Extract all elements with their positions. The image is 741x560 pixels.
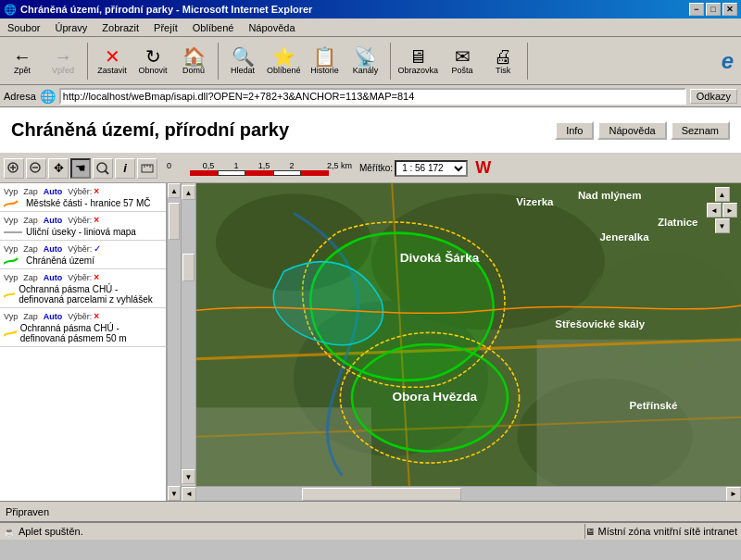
nav-right[interactable]: ► xyxy=(722,203,737,218)
back-icon: ← xyxy=(13,47,31,66)
history-button[interactable]: 📋 Historie xyxy=(307,40,344,82)
info-button[interactable]: Info xyxy=(555,121,594,140)
window-title: Chráněná území, přírodní parky - Microso… xyxy=(20,4,312,15)
scale-seg-1 xyxy=(190,170,218,176)
back-label: Zpět xyxy=(14,66,31,75)
nav-up[interactable]: ▲ xyxy=(715,187,730,202)
status-bar: ☕ Aplet spuštěn. 🖥 Místní zóna vnitřní s… xyxy=(0,521,741,540)
scale-25: 2,5 km xyxy=(306,161,352,170)
scroll-track xyxy=(168,198,181,486)
layer-title: Městské části - hranice 57 MČ xyxy=(26,198,151,208)
print-button[interactable]: 🖨 Tisk xyxy=(484,40,521,82)
pan-icon: ✥ xyxy=(54,161,64,175)
scroll-up-button[interactable]: ▲ xyxy=(168,183,181,198)
list-item: Vyp Zap Auto Výběr: × Městské části - hr… xyxy=(0,183,166,212)
search-label: Hledat xyxy=(231,66,255,75)
fullscreen-button[interactable]: 🖥 Obrazovka xyxy=(396,40,441,82)
map-label-zlatnice: Zlatnice xyxy=(658,217,698,228)
address-input[interactable] xyxy=(59,88,686,105)
menu-prejit[interactable]: Přejít xyxy=(150,20,182,35)
menu-zobrazit[interactable]: Zobrazit xyxy=(98,20,143,35)
maximize-button[interactable]: □ xyxy=(706,3,721,16)
toolbar: ← Zpět → Vpřed ✕ Zastavit ↻ Obnovit 🏠 Do… xyxy=(0,37,741,85)
zoom-in-button[interactable] xyxy=(4,158,24,179)
nav-down[interactable]: ▼ xyxy=(715,218,730,233)
menu-napoveda[interactable]: Nápověda xyxy=(245,20,298,35)
scale-select[interactable]: 1 : 56 172 1 : 25 000 1 : 100 000 xyxy=(395,160,468,177)
menu-soubor[interactable]: Soubor xyxy=(4,20,44,35)
help-button[interactable]: Nápověda xyxy=(597,121,666,140)
svg-rect-20 xyxy=(537,340,742,486)
hand-button[interactable]: ☚ xyxy=(70,158,91,179)
map-area: Vyp Zap Auto Výběr: × Městské části - hr… xyxy=(0,183,741,501)
v-scroll-thumb[interactable] xyxy=(182,254,195,281)
map-canvas[interactable]: Vizerka Nad mlýnem Zlatnice Jeneralka Di… xyxy=(196,183,741,486)
applet-icon: ☕ xyxy=(4,527,15,537)
map-label-jeneralka: Jeneralka xyxy=(599,231,649,243)
scale-seg-2 xyxy=(218,170,245,176)
nav-left[interactable]: ◄ xyxy=(707,203,722,218)
address-bar: Adresa 🌐 Odkazy xyxy=(0,85,741,107)
map-svg: Vizerka Nad mlýnem Zlatnice Jeneralka Di… xyxy=(196,183,741,486)
zoom-out-button[interactable] xyxy=(26,158,46,179)
scale-seg-5 xyxy=(301,170,329,176)
h-scroll-right[interactable]: ► xyxy=(726,487,741,502)
favorites-button[interactable]: ⭐ Oblíbené xyxy=(265,40,303,82)
layer-panel: Vyp Zap Auto Výběr: × Městské části - hr… xyxy=(0,183,167,501)
home-button[interactable]: 🏠 Domů xyxy=(175,40,212,82)
print-label: Tisk xyxy=(496,66,510,75)
map-toolbar: ✥ ☚ i 0 0,5 1 1,5 2 2,5 km xyxy=(0,154,741,183)
scroll-thumb[interactable] xyxy=(169,203,180,240)
measure-button[interactable] xyxy=(137,158,157,179)
refresh-button[interactable]: ↻ Obnovit xyxy=(134,40,171,82)
favorites-icon: ⭐ xyxy=(272,47,295,66)
map-nav-up-button[interactable]: ▲ xyxy=(182,185,195,200)
close-button[interactable]: ✕ xyxy=(722,3,737,16)
channels-button[interactable]: 📡 Kanály xyxy=(347,40,384,82)
map-label-vizerka: Vizerka xyxy=(516,196,554,207)
mail-label: Pošta xyxy=(452,66,473,75)
scroll-down-button[interactable]: ▼ xyxy=(168,486,181,501)
zone-text: Místní zóna vnitřní sítě intranet xyxy=(598,526,737,537)
address-label: Adresa xyxy=(4,91,36,102)
list-button[interactable]: Seznam xyxy=(671,121,730,140)
channels-label: Kanály xyxy=(353,66,379,75)
list-item: Vyp Zap Auto Výběr: × Uliční úseky - lin… xyxy=(0,212,166,241)
mail-button[interactable]: ✉ Pošta xyxy=(444,40,481,82)
back-button[interactable]: ← Zpět xyxy=(4,40,41,82)
map-label-petrinske: Petřínské xyxy=(630,400,679,411)
map-nav-down-button[interactable]: ▼ xyxy=(182,469,195,484)
w-icon: W xyxy=(475,158,491,178)
map-label-divokasarka: Divoká Šárka xyxy=(400,251,480,265)
scale-05: 0,5 xyxy=(195,161,222,170)
forward-label: Vpřed xyxy=(52,66,74,75)
list-item: Vyp Zap Auto Výběr: × Ochranná pásma CHÚ… xyxy=(0,269,166,308)
stop-label: Zastavit xyxy=(97,66,127,75)
scale-seg-3 xyxy=(245,170,273,176)
menu-upravy[interactable]: Úpravy xyxy=(51,20,91,35)
map-label-oborahvezda: Obora Hvězda xyxy=(392,390,477,404)
ready-bar: Připraven xyxy=(0,501,741,521)
page-icon: 🌐 xyxy=(40,89,56,104)
history-label: Historie xyxy=(310,66,339,75)
fullscreen-label: Obrazovka xyxy=(398,66,439,75)
menu-oblibene[interactable]: Oblíbené xyxy=(189,20,238,35)
forward-button[interactable]: → Vpřed xyxy=(44,40,82,82)
scale-seg-4 xyxy=(273,170,301,176)
links-button[interactable]: Odkazy xyxy=(690,89,737,104)
h-scroll-left[interactable]: ◄ xyxy=(182,487,196,502)
stop-button[interactable]: ✕ Zastavit xyxy=(94,40,131,82)
hand-icon: ☚ xyxy=(75,161,86,175)
scale-15: 1,5 xyxy=(250,161,278,170)
info-tool-button[interactable]: i xyxy=(115,158,135,179)
pan-button[interactable]: ✥ xyxy=(48,158,69,179)
h-scroll-thumb[interactable] xyxy=(302,488,461,501)
minimize-button[interactable]: − xyxy=(689,3,704,16)
h-scroll-track[interactable] xyxy=(196,487,726,502)
fullscreen-icon: 🖥 xyxy=(408,47,427,66)
search-button[interactable]: 🔍 Hledat xyxy=(224,40,261,82)
channels-icon: 📡 xyxy=(354,47,377,66)
layer-title: Chráněná území xyxy=(26,255,94,266)
select-button[interactable] xyxy=(93,158,113,179)
print-icon: 🖨 xyxy=(494,47,512,66)
